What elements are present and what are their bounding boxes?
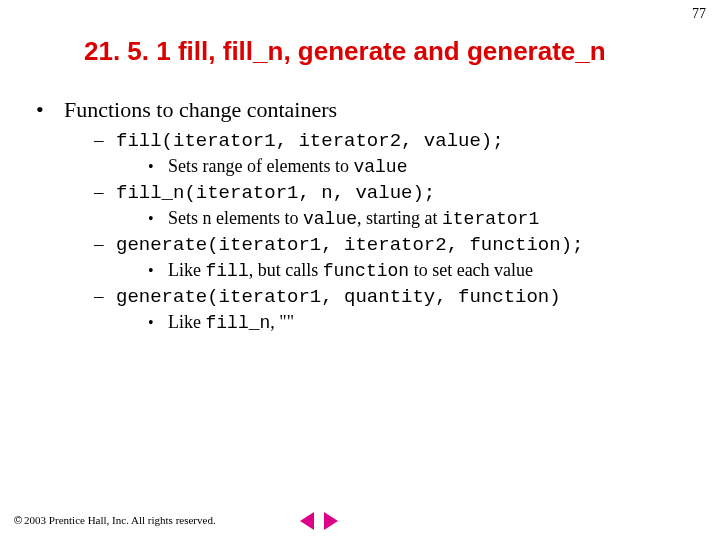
t: Like — [168, 260, 206, 280]
t: fill_n — [206, 313, 271, 333]
copyright-icon: © — [14, 514, 22, 526]
t: function — [323, 261, 409, 281]
bullet-level1: Functions to change containers — [36, 97, 720, 123]
t: , but calls — [249, 260, 323, 280]
slide-body: Functions to change containers fill(iter… — [36, 97, 720, 333]
dash-icon — [94, 129, 116, 151]
t: fill — [206, 261, 249, 281]
bullet-text: Functions to change containers — [64, 97, 337, 123]
bullet-icon — [148, 260, 168, 281]
slide-title: 21. 5. 1 fill, fill_n, generate and gene… — [84, 36, 720, 67]
bullet-level2: generate(iterator1, quantity, function) — [94, 285, 720, 308]
code-text: generate(iterator1, quantity, function) — [116, 286, 561, 308]
sub-text: Like fill, but calls function to set eac… — [168, 260, 533, 281]
t: Like — [168, 312, 206, 332]
next-arrow-icon[interactable] — [324, 512, 338, 530]
t: iterator1 — [442, 209, 539, 229]
bullet-level3: Like fill_n, "" — [148, 312, 720, 333]
t: Sets range of elements to — [168, 156, 353, 176]
t: value — [303, 209, 357, 229]
dash-icon — [94, 285, 116, 307]
bullet-icon — [148, 156, 168, 177]
code-text: fill(iterator1, iterator2, value); — [116, 130, 504, 152]
bullet-level3: Sets n elements to value, starting at it… — [148, 208, 720, 229]
bullet-level3: Like fill, but calls function to set eac… — [148, 260, 720, 281]
footer: © 2003 Prentice Hall, Inc. All rights re… — [14, 514, 216, 526]
sub-text: Like fill_n, "" — [168, 312, 294, 333]
sub-text: Sets range of elements to value — [168, 156, 407, 177]
code-text: generate(iterator1, iterator2, function)… — [116, 234, 583, 256]
t: , "" — [270, 312, 294, 332]
bullet-icon — [148, 312, 168, 333]
sub-text: Sets n elements to value, starting at it… — [168, 208, 539, 229]
page-number: 77 — [692, 6, 706, 22]
code-text: fill_n(iterator1, n, value); — [116, 182, 435, 204]
nav-arrows — [300, 512, 338, 530]
prev-arrow-icon[interactable] — [300, 512, 314, 530]
bullet-level3: Sets range of elements to value — [148, 156, 720, 177]
bullet-icon — [36, 97, 64, 123]
bullet-icon — [148, 208, 168, 229]
t: value — [353, 157, 407, 177]
bullet-level2: fill_n(iterator1, n, value); — [94, 181, 720, 204]
bullet-level2: fill(iterator1, iterator2, value); — [94, 129, 720, 152]
dash-icon — [94, 233, 116, 255]
dash-icon — [94, 181, 116, 203]
t: Sets n elements to — [168, 208, 303, 228]
bullet-level2: generate(iterator1, iterator2, function)… — [94, 233, 720, 256]
footer-text: 2003 Prentice Hall, Inc. All rights rese… — [24, 514, 216, 526]
t: to set each value — [409, 260, 533, 280]
t: , starting at — [357, 208, 442, 228]
